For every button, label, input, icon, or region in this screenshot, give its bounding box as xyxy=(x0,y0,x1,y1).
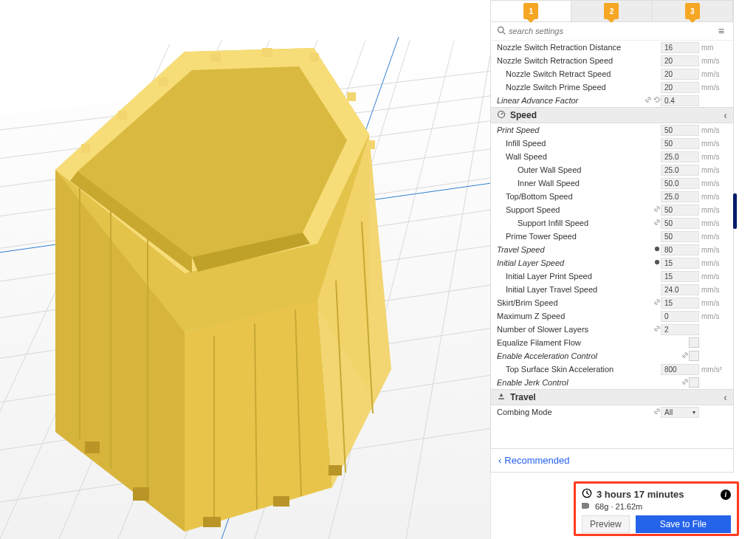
extruder-tab-1[interactable]: 1 xyxy=(491,1,571,21)
link-icon[interactable] xyxy=(645,96,652,105)
recommended-link[interactable]: ‹ Recommended xyxy=(491,448,733,472)
setting-row: Linear Advance Factor xyxy=(491,94,733,107)
scrollbar-thumb[interactable] xyxy=(733,193,737,229)
extruder-tab-3[interactable]: 3 xyxy=(653,1,733,21)
setting-value-input[interactable] xyxy=(661,311,699,322)
setting-value-input[interactable] xyxy=(661,42,699,53)
extruder-tab-2[interactable]: 2 xyxy=(571,1,652,21)
setting-value-input[interactable] xyxy=(661,271,699,282)
setting-value-input[interactable] xyxy=(661,165,699,176)
checkbox[interactable] xyxy=(689,337,699,348)
setting-label: Nozzle Switch Retraction Speed xyxy=(497,56,661,65)
settings-menu-icon[interactable]: ≡ xyxy=(715,25,727,37)
link-icon[interactable] xyxy=(681,351,689,360)
reset-icon[interactable] xyxy=(653,96,661,105)
setting-value-input[interactable] xyxy=(661,125,699,136)
setting-value-input[interactable] xyxy=(661,82,699,93)
setting-row: Nozzle Switch Retract Speedmm/s xyxy=(491,67,733,80)
setting-icons xyxy=(653,325,661,334)
svg-rect-57 xyxy=(498,398,504,399)
setting-value-input[interactable] xyxy=(661,298,699,309)
setting-label: Inner Wall Speed xyxy=(518,179,661,188)
setting-value-input[interactable] xyxy=(661,364,699,375)
setting-label: Initial Layer Print Speed xyxy=(506,272,661,281)
setting-label: Linear Advance Factor xyxy=(497,96,645,105)
chevron-left-icon: ‹ xyxy=(724,109,727,121)
svg-rect-45 xyxy=(347,92,356,101)
link-icon[interactable] xyxy=(653,219,661,227)
setting-row: Top/Bottom Speedmm/s xyxy=(491,190,733,203)
setting-label: Nozzle Switch Retraction Distance xyxy=(497,43,661,52)
setting-row: Outer Wall Speedmm/s xyxy=(491,163,733,176)
setting-value-input[interactable] xyxy=(661,95,699,106)
link-icon[interactable] xyxy=(653,408,661,416)
setting-unit: mm xyxy=(699,44,727,52)
setting-row: Nozzle Switch Prime Speedmm/s xyxy=(491,80,733,94)
link-icon[interactable] xyxy=(653,298,661,307)
setting-unit: mm/s xyxy=(699,219,727,227)
setting-unit: mm/s xyxy=(699,286,727,294)
setting-value-input[interactable] xyxy=(661,178,699,189)
svg-rect-43 xyxy=(262,48,272,57)
setting-value-input[interactable] xyxy=(661,218,699,229)
svg-rect-48 xyxy=(133,487,149,501)
combing-dropdown[interactable]: All▾ xyxy=(661,407,699,418)
section-speed[interactable]: Speed‹ xyxy=(491,107,733,123)
save-to-file-button[interactable]: Save to File xyxy=(636,515,731,533)
setting-unit: mm/s xyxy=(699,259,727,267)
circle-icon[interactable] xyxy=(653,245,661,254)
setting-row: Nozzle Switch Retraction Speedmm/s xyxy=(491,54,733,67)
setting-value-input[interactable] xyxy=(661,324,699,335)
setting-unit: mm/s xyxy=(699,126,727,134)
setting-row: Enable Jerk Control xyxy=(491,376,733,389)
setting-label: Initial Layer Travel Speed xyxy=(506,285,661,294)
info-icon[interactable]: i xyxy=(721,490,731,500)
svg-point-55 xyxy=(655,247,659,251)
setting-label: Print Speed xyxy=(497,126,661,134)
setting-value-input[interactable] xyxy=(661,231,699,242)
setting-value-input[interactable] xyxy=(661,284,699,295)
svg-point-52 xyxy=(498,27,504,32)
setting-icons xyxy=(645,96,661,105)
setting-row: Maximum Z Speedmm/s xyxy=(491,309,733,323)
chevron-left-icon: ‹ xyxy=(498,455,501,466)
link-icon[interactable] xyxy=(653,325,661,334)
setting-label: Equalize Filament Flow xyxy=(497,338,689,347)
setting-value-input[interactable] xyxy=(661,55,699,66)
build-plate-grid xyxy=(0,0,491,539)
setting-row: Skirt/Brim Speedmm/s xyxy=(491,296,733,309)
setting-row: Number of Slower Layers xyxy=(491,323,733,336)
circle-icon[interactable] xyxy=(653,258,661,267)
setting-value-input[interactable] xyxy=(661,151,699,162)
setting-unit: mm/s xyxy=(699,299,727,307)
setting-value-input[interactable] xyxy=(661,258,699,269)
checkbox[interactable] xyxy=(689,351,699,361)
svg-rect-51 xyxy=(329,465,342,476)
settings-scroll[interactable]: Nozzle Switch Retraction DistancemmNozzl… xyxy=(491,41,733,448)
setting-row: Enable Acceleration Control xyxy=(491,349,733,363)
search-input[interactable] xyxy=(509,27,715,35)
setting-value-input[interactable] xyxy=(661,69,699,80)
setting-row: Initial Layer Print Speedmm/s xyxy=(491,270,733,283)
preview-button[interactable]: Preview xyxy=(582,515,630,533)
section-title: Speed xyxy=(510,110,724,120)
checkbox[interactable] xyxy=(689,377,699,388)
setting-label: Nozzle Switch Retract Speed xyxy=(506,69,661,78)
chevron-left-icon: ‹ xyxy=(724,391,727,403)
setting-value-input[interactable] xyxy=(661,191,699,202)
setting-row: Initial Layer Speedmm/s xyxy=(491,256,733,270)
viewport-3d[interactable] xyxy=(0,0,491,539)
setting-label: Enable Acceleration Control xyxy=(497,351,681,360)
setting-label: Prime Tower Speed xyxy=(506,232,661,241)
setting-value-input[interactable] xyxy=(661,138,699,149)
setting-label: Maximum Z Speed xyxy=(497,312,661,320)
setting-unit: mm/s xyxy=(699,312,727,320)
link-icon[interactable] xyxy=(681,378,689,387)
setting-row: Support Infill Speedmm/s xyxy=(491,216,733,230)
setting-value-input[interactable] xyxy=(661,205,699,216)
link-icon[interactable] xyxy=(653,205,661,214)
svg-rect-49 xyxy=(203,517,221,527)
section-travel[interactable]: Travel‹ xyxy=(491,389,733,405)
svg-rect-40 xyxy=(118,111,127,120)
setting-value-input[interactable] xyxy=(661,244,699,255)
